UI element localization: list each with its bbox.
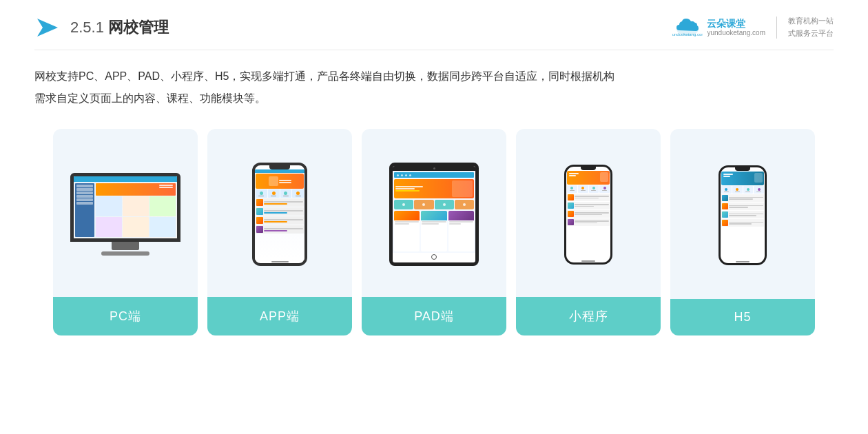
header-left: 2.5.1 网校管理	[34, 14, 169, 41]
card-pc-label: PC端	[53, 297, 198, 335]
description-line1: 网校支持PC、APP、PAD、小程序、H5，实现多端打通，产品各终端自由切换，数…	[34, 65, 834, 87]
pc-image-area	[53, 129, 198, 297]
logo-divider	[776, 17, 777, 39]
app-phone-mock	[252, 163, 307, 266]
card-pad: PAD端	[362, 129, 506, 335]
card-h5: H5	[670, 129, 815, 335]
h5-image-area	[670, 129, 815, 299]
logo-icon: yunduoketang.com	[672, 12, 703, 43]
logo-slogan: 教育机构一站 式服务云平台	[788, 15, 834, 39]
miniprogram-phone-mock	[564, 165, 612, 265]
logo-area: yunduoketang.com 云朵课堂 yunduoketang.com 教…	[672, 12, 834, 43]
logo-url: yunduoketang.com	[707, 29, 765, 37]
page-title: 2.5.1 网校管理	[70, 17, 169, 38]
pc-monitor	[70, 173, 180, 242]
card-app-label: APP端	[207, 297, 352, 335]
pad-mock	[389, 163, 479, 266]
page-container: 2.5.1 网校管理 yunduoketang.com 云朵课堂 yunduok…	[0, 0, 868, 434]
app-image-area	[207, 129, 352, 297]
card-miniprogram-label: 小程序	[516, 297, 661, 335]
description: 网校支持PC、APP、PAD、小程序、H5，实现多端打通，产品各终端自由切换，数…	[34, 65, 834, 110]
card-pad-label: PAD端	[362, 297, 506, 335]
svg-text:yunduoketang.com: yunduoketang.com	[672, 32, 703, 37]
logo-cloud: yunduoketang.com 云朵课堂 yunduoketang.com	[672, 12, 765, 43]
logo-text: 云朵课堂 yunduoketang.com	[707, 18, 765, 38]
card-h5-label: H5	[670, 299, 815, 335]
cards-row: PC端	[34, 129, 834, 335]
arrow-icon	[34, 14, 61, 41]
description-line2: 需求自定义页面上的内容、课程、功能模块等。	[34, 87, 834, 110]
card-miniprogram: 小程序	[516, 129, 661, 335]
header: 2.5.1 网校管理 yunduoketang.com 云朵课堂 yunduok…	[34, 0, 834, 50]
miniprogram-image-area	[516, 129, 661, 297]
svg-marker-0	[37, 19, 58, 37]
pad-image-area	[362, 129, 506, 297]
card-app: APP端	[207, 129, 352, 335]
card-pc: PC端	[53, 129, 198, 335]
logo-name: 云朵课堂	[707, 18, 745, 30]
pc-mock	[70, 173, 180, 256]
h5-phone-mock	[719, 165, 767, 265]
